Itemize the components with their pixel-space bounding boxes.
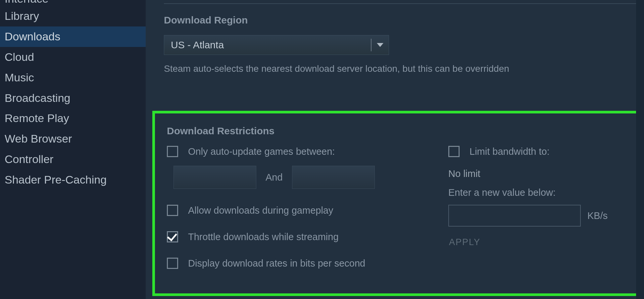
sidebar-item-label: Broadcasting [5, 92, 70, 104]
settings-sidebar: Interface Library Downloads Cloud Music … [0, 0, 146, 299]
chevron-down-icon [372, 43, 389, 47]
allow-during-gameplay-label: Allow downloads during gameplay [188, 205, 333, 216]
scrollbar[interactable] [636, 0, 644, 299]
auto-update-between-label: Only auto-update games between: [188, 146, 335, 157]
sidebar-item-shader-precaching[interactable]: Shader Pre-Caching [0, 170, 146, 190]
throttle-streaming-label: Throttle downloads while streaming [188, 232, 339, 242]
download-region-dropdown[interactable]: US - Atlanta [164, 35, 389, 55]
sidebar-item-label: Library [5, 10, 39, 22]
restrictions-left-rows: Allow downloads during gameplay Throttle… [167, 205, 419, 269]
auto-update-between-row: Only auto-update games between: [167, 146, 419, 157]
svg-marker-0 [377, 43, 383, 47]
and-label: And [266, 172, 283, 183]
restrictions-right-column: Limit bandwidth to: No limit Enter a new… [448, 146, 644, 284]
apply-button[interactable]: APPLY [448, 236, 481, 249]
sidebar-item-label: Downloads [5, 30, 60, 43]
sidebar-item-label: Shader Pre-Caching [5, 173, 107, 186]
allow-during-gameplay-checkbox[interactable] [167, 205, 178, 216]
sidebar-item-label: Cloud [5, 51, 34, 63]
throttle-streaming-row: Throttle downloads while streaming [167, 231, 419, 242]
sidebar-item-remote-play[interactable]: Remote Play [0, 108, 146, 129]
download-restrictions-section: Download Restrictions Only auto-update g… [152, 111, 644, 296]
time-range-row: And [173, 166, 419, 189]
limit-bandwidth-label: Limit bandwidth to: [470, 146, 550, 157]
enter-new-value-label: Enter a new value below: [448, 187, 644, 198]
time-end-field[interactable] [292, 166, 375, 189]
display-bits-row: Display download rates in bits per secon… [167, 258, 419, 269]
limit-bandwidth-checkbox[interactable] [448, 146, 460, 157]
sidebar-item-broadcasting[interactable]: Broadcasting [0, 88, 146, 108]
restrictions-left-column: Only auto-update games between: And Allo… [167, 146, 419, 284]
sidebar-item-label: Web Browser [5, 132, 72, 145]
sidebar-item-label: Interface [5, 0, 48, 6]
allow-during-gameplay-row: Allow downloads during gameplay [167, 205, 419, 216]
sidebar-item-label: Remote Play [5, 112, 69, 124]
download-restrictions-heading: Download Restrictions [167, 125, 644, 137]
auto-update-between-checkbox[interactable] [167, 146, 178, 157]
sidebar-item-music[interactable]: Music [0, 67, 146, 88]
sidebar-item-label: Music [5, 71, 34, 84]
display-bits-label: Display download rates in bits per secon… [188, 258, 365, 269]
time-start-field[interactable] [173, 166, 256, 189]
sidebar-item-web-browser[interactable]: Web Browser [0, 129, 146, 149]
steam-settings-window: Interface Library Downloads Cloud Music … [0, 0, 644, 299]
sidebar-item-downloads[interactable]: Downloads [0, 26, 146, 47]
limit-bandwidth-row: Limit bandwidth to: [448, 146, 644, 157]
restrictions-grid: Only auto-update games between: And Allo… [167, 146, 644, 284]
sidebar-item-interface[interactable]: Interface [0, 0, 146, 6]
sidebar-item-label: Controller [5, 153, 53, 165]
no-limit-label: No limit [448, 168, 644, 179]
download-region-heading: Download Region [164, 15, 644, 26]
bandwidth-input[interactable] [448, 205, 581, 227]
sidebar-item-controller[interactable]: Controller [0, 149, 146, 170]
sidebar-item-library[interactable]: Library [0, 6, 146, 26]
settings-downloads-panel: Download Region US - Atlanta Steam auto-… [146, 0, 644, 299]
throttle-streaming-checkbox[interactable] [167, 231, 178, 242]
sidebar-item-cloud[interactable]: Cloud [0, 47, 146, 67]
bandwidth-unit: KB/s [587, 210, 608, 221]
section-divider [164, 3, 644, 4]
download-region-selected: US - Atlanta [164, 39, 371, 51]
download-region-helper: Steam auto-selects the nearest download … [164, 62, 644, 75]
display-bits-checkbox[interactable] [167, 258, 178, 269]
bandwidth-input-row: KB/s [448, 205, 644, 227]
